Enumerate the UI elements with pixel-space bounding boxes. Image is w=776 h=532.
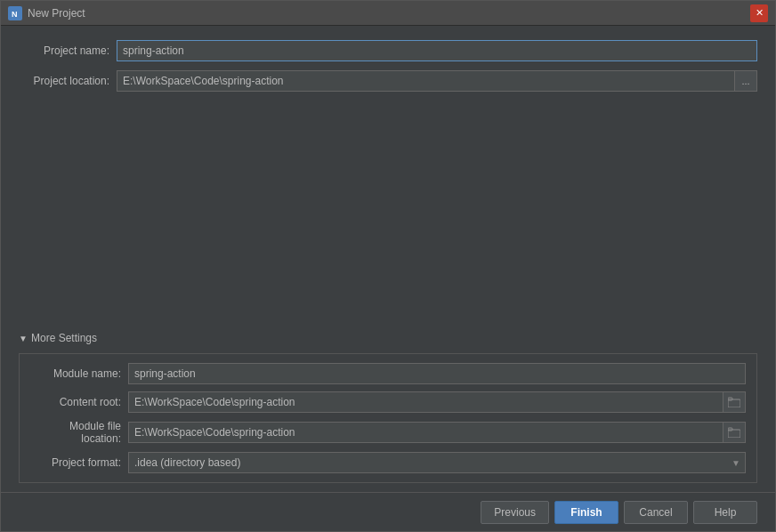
dialog-title: New Project (28, 7, 750, 20)
project-name-label: Project name: (19, 44, 117, 57)
module-file-location-group (128, 422, 746, 443)
new-project-dialog: N New Project ✕ Project name: Project lo… (0, 0, 776, 532)
content-root-row: Content root: (30, 391, 746, 413)
project-location-row: Project location: ... (19, 70, 757, 92)
title-bar: N New Project ✕ (1, 1, 775, 26)
finish-button[interactable]: Finish (554, 501, 618, 524)
project-location-group: ... (117, 70, 757, 92)
module-name-label: Module name: (30, 367, 128, 380)
main-content: Project name: Project location: ... ▼ Mo… (1, 26, 775, 492)
module-file-location-label: Module file location: (30, 420, 128, 445)
project-location-input[interactable] (117, 70, 734, 92)
collapse-arrow-icon: ▼ (19, 334, 28, 343)
project-name-row: Project name: (19, 40, 757, 61)
content-root-input[interactable] (128, 391, 723, 413)
more-settings-label: More Settings (31, 332, 97, 344)
content-root-label: Content root: (30, 396, 128, 408)
app-icon: N (8, 6, 22, 20)
content-root-browse-button[interactable] (723, 391, 746, 413)
project-location-label: Project location: (19, 75, 117, 87)
project-format-select[interactable]: .idea (directory based) .ipr (file based… (128, 452, 746, 473)
more-settings-toggle[interactable]: ▼ More Settings (19, 332, 757, 344)
previous-button[interactable]: Previous (481, 501, 549, 524)
project-name-input[interactable] (117, 40, 757, 61)
module-file-location-row: Module file location: (30, 420, 746, 445)
help-button[interactable]: Help (693, 501, 757, 524)
project-location-browse-button[interactable]: ... (734, 70, 757, 92)
close-button[interactable]: ✕ (750, 4, 768, 22)
module-name-row: Module name: (30, 363, 746, 384)
project-format-select-wrapper: .idea (directory based) .ipr (file based… (128, 452, 746, 473)
dialog-footer: Previous Finish Cancel Help (1, 492, 775, 531)
project-format-label: Project format: (30, 456, 128, 469)
cancel-button[interactable]: Cancel (624, 501, 688, 524)
project-format-row: Project format: .idea (directory based) … (30, 452, 746, 473)
module-file-location-browse-button[interactable] (723, 422, 746, 443)
svg-text:N: N (12, 10, 18, 19)
more-settings-content: Module name: Content root: (19, 353, 757, 483)
module-name-input[interactable] (128, 363, 746, 384)
content-root-group (128, 391, 746, 413)
content-spacer (19, 101, 757, 332)
module-file-location-input[interactable] (128, 422, 723, 443)
